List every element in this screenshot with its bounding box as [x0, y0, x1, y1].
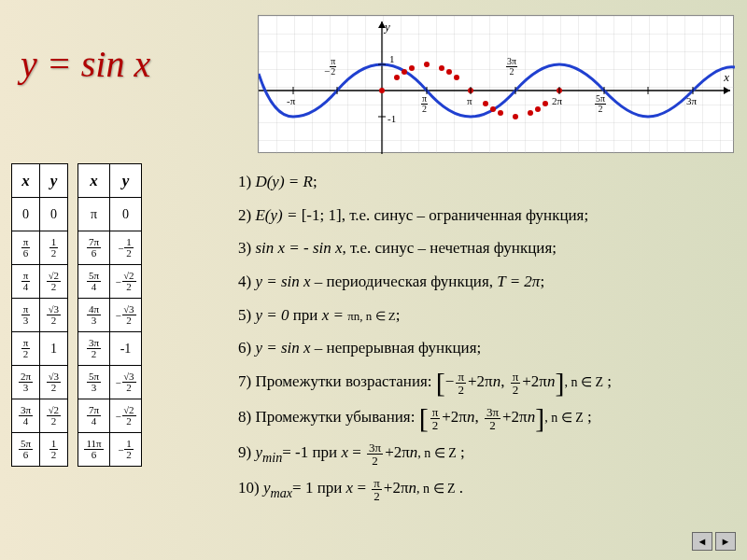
sine-graph: y x 1 -1 -π π 2π 3π −π2 π2 3π2 5π2: [258, 15, 734, 153]
svg-point-17: [535, 106, 541, 112]
table-b: xy π0 7π612 5π422 4π332 3π2-1 5π332 7π42…: [78, 163, 142, 467]
prop-6: 6) y = sin x – непрерывная функция;: [238, 337, 736, 360]
prop-3: 3) sin x = - sin x, т.е. синус – нечетна…: [238, 237, 736, 260]
svg-rect-0: [259, 16, 735, 154]
properties-list: 1) D(y) = R; 2) E(y) = [-1; 1], т.е. син…: [238, 171, 736, 513]
svg-point-4: [394, 75, 400, 80]
nav-controls: ◄►: [689, 532, 736, 551]
tick-pih: π2: [421, 94, 428, 114]
tick-3pih: 3π2: [506, 57, 517, 77]
x-axis-label: x: [724, 70, 729, 85]
y-axis-label: y: [385, 20, 390, 35]
svg-point-16: [528, 110, 533, 116]
prop-1: 1) D(y) = R;: [238, 171, 736, 194]
svg-point-8: [439, 65, 444, 71]
tick-npih: −π2: [324, 57, 336, 77]
tick-5pih: 5π2: [595, 94, 606, 114]
tick-3pi: 3π: [686, 95, 697, 106]
tick-npi: -π: [287, 95, 295, 106]
tick-2pi: 2π: [552, 95, 562, 106]
prop-10: 10) ymax= 1 при x = π2+2πn, n ∈ Z .: [238, 477, 736, 502]
prop-9: 9) ymin= -1 при x = 3π2+2πn, n ∈ Z ;: [238, 441, 736, 467]
svg-point-5: [402, 69, 407, 75]
svg-point-18: [543, 101, 548, 106]
value-tables: xy 00 π612 π422 π332 π21 2π332 3π422 5π6…: [11, 163, 142, 467]
th-x: x: [12, 164, 40, 198]
svg-point-3: [379, 88, 385, 93]
svg-point-12: [483, 101, 488, 106]
prop-8: 8) Промежутки убывания: [π2+2πn, 3π2+2πn…: [238, 406, 736, 431]
svg-point-15: [513, 114, 518, 119]
svg-point-13: [490, 106, 496, 112]
next-button[interactable]: ►: [715, 532, 736, 551]
th-y: y: [40, 164, 68, 198]
tick-m1: -1: [388, 113, 396, 124]
page-title: y = sin x: [21, 42, 150, 86]
tick-pi: π: [467, 95, 472, 106]
prop-2: 2) E(y) = [-1; 1], т.е. синус – ограниче…: [238, 204, 736, 228]
tick-1: 1: [389, 53, 395, 64]
svg-point-10: [454, 75, 459, 80]
prop-4: 4) y = sin x – периодическая функция, T …: [238, 271, 736, 294]
prop-5: 5) y = 0 при x = πn, n ∈ Z;: [238, 304, 736, 328]
th-y2: y: [110, 164, 142, 198]
th-x2: x: [78, 164, 110, 198]
prop-7: 7) Промежутки возрастания: [−π2+2πn, π2+…: [238, 371, 736, 396]
svg-point-9: [446, 69, 452, 75]
prev-button[interactable]: ◄: [692, 532, 712, 551]
table-a: xy 00 π612 π422 π332 π21 2π332 3π422 5π6…: [11, 163, 68, 467]
svg-point-6: [409, 65, 415, 71]
svg-point-14: [498, 110, 503, 116]
svg-point-7: [424, 62, 430, 67]
